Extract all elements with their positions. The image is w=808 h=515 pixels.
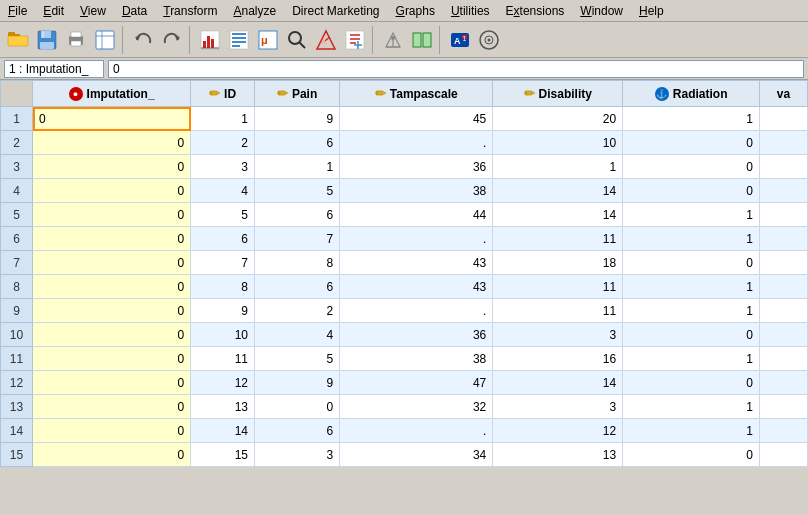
cell-disability-11[interactable]: 16 [493,347,623,371]
cell-id-2[interactable]: 2 [191,131,255,155]
cell-disability-13[interactable]: 3 [493,395,623,419]
undo-button[interactable] [129,26,157,54]
cell-imputation-9[interactable]: 0 [33,299,191,323]
cell-disability-7[interactable]: 18 [493,251,623,275]
menu-analyze[interactable]: Analyze [225,2,284,20]
cell-imputation-14[interactable]: 0 [33,419,191,443]
col-header-imputation[interactable]: ● Imputation_ [33,81,191,107]
measure-button[interactable]: μ [254,26,282,54]
cell-radiation-12[interactable]: 0 [623,371,760,395]
cell-radiation-4[interactable]: 0 [623,179,760,203]
cell-id-3[interactable]: 3 [191,155,255,179]
cell-radiation-15[interactable]: 0 [623,443,760,467]
cell-pain-4[interactable]: 5 [255,179,340,203]
cell-tampascale-12[interactable]: 47 [340,371,493,395]
cell-id-15[interactable]: 15 [191,443,255,467]
weight-button[interactable] [379,26,407,54]
cell-pain-1[interactable]: 9 [255,107,340,131]
cell-id-13[interactable]: 13 [191,395,255,419]
cell-radiation-14[interactable]: 1 [623,419,760,443]
cell-disability-1[interactable]: 20 [493,107,623,131]
cell-tampascale-2[interactable]: . [340,131,493,155]
cell-radiation-9[interactable]: 1 [623,299,760,323]
highlight-button[interactable] [312,26,340,54]
table-row[interactable]: 2 0 2 6 . 10 0 [1,131,808,155]
table-row[interactable]: 5 0 5 6 44 14 1 [1,203,808,227]
table-row[interactable]: 6 0 6 7 . 11 1 [1,227,808,251]
cell-tampascale-6[interactable]: . [340,227,493,251]
find-button[interactable] [283,26,311,54]
cell-imputation-2[interactable]: 0 [33,131,191,155]
cell-imputation-10[interactable]: 0 [33,323,191,347]
table-row[interactable]: 4 0 4 5 38 14 0 [1,179,808,203]
cell-id-4[interactable]: 4 [191,179,255,203]
col-header-disability[interactable]: ✏ Disability [493,81,623,107]
table-row[interactable]: 12 0 12 9 47 14 0 [1,371,808,395]
cell-imputation-6[interactable]: 0 [33,227,191,251]
cell-tampascale-9[interactable]: . [340,299,493,323]
cell-disability-9[interactable]: 11 [493,299,623,323]
cell-id-14[interactable]: 14 [191,419,255,443]
open-button[interactable] [4,26,32,54]
split-button[interactable] [408,26,436,54]
data-grid-wrapper[interactable]: ● Imputation_ ✏ ID ✏ Pain [0,80,808,515]
cell-id-9[interactable]: 9 [191,299,255,323]
table-row[interactable]: 10 0 10 4 36 3 0 [1,323,808,347]
error-check-button[interactable] [225,26,253,54]
cell-radiation-8[interactable]: 1 [623,275,760,299]
cell-disability-3[interactable]: 1 [493,155,623,179]
menu-graphs[interactable]: Graphs [388,2,443,20]
cell-pain-10[interactable]: 4 [255,323,340,347]
menu-transform[interactable]: Transform [155,2,225,20]
cell-disability-15[interactable]: 13 [493,443,623,467]
cell-tampascale-3[interactable]: 36 [340,155,493,179]
cell-id-1[interactable]: 1 [191,107,255,131]
cell-radiation-11[interactable]: 1 [623,347,760,371]
table-row[interactable]: 9 0 9 2 . 11 1 [1,299,808,323]
cell-radiation-10[interactable]: 0 [623,323,760,347]
cell-disability-2[interactable]: 10 [493,131,623,155]
redo-button[interactable] [158,26,186,54]
menu-edit[interactable]: Edit [35,2,72,20]
chart-button[interactable] [196,26,224,54]
table-row[interactable]: 11 0 11 5 38 16 1 [1,347,808,371]
cell-imputation-7[interactable]: 0 [33,251,191,275]
cell-id-6[interactable]: 6 [191,227,255,251]
cell-imputation-8[interactable]: 0 [33,275,191,299]
cell-pain-2[interactable]: 6 [255,131,340,155]
cell-pain-9[interactable]: 2 [255,299,340,323]
cell-id-8[interactable]: 8 [191,275,255,299]
cell-radiation-1[interactable]: 1 [623,107,760,131]
col-header-extra[interactable]: va [760,81,808,107]
menu-view[interactable]: View [72,2,114,20]
cell-pain-6[interactable]: 7 [255,227,340,251]
cell-pain-7[interactable]: 8 [255,251,340,275]
menu-window[interactable]: Window [572,2,631,20]
cell-pain-14[interactable]: 6 [255,419,340,443]
cell-disability-10[interactable]: 3 [493,323,623,347]
cell-radiation-5[interactable]: 1 [623,203,760,227]
table-row[interactable]: 14 0 14 6 . 12 1 [1,419,808,443]
cell-pain-11[interactable]: 5 [255,347,340,371]
table-row[interactable]: 3 0 3 1 36 1 0 [1,155,808,179]
spss-button[interactable]: A1 [446,26,474,54]
cell-value[interactable] [108,60,804,78]
cell-radiation-6[interactable]: 1 [623,227,760,251]
cell-reference[interactable] [4,60,104,78]
save-button[interactable] [33,26,61,54]
menu-help[interactable]: Help [631,2,672,20]
cell-imputation-13[interactable]: 0 [33,395,191,419]
col-header-radiation[interactable]: ⚓ Radiation [623,81,760,107]
cell-tampascale-1[interactable]: 45 [340,107,493,131]
cell-tampascale-11[interactable]: 38 [340,347,493,371]
cell-id-5[interactable]: 5 [191,203,255,227]
cell-pain-12[interactable]: 9 [255,371,340,395]
print-button[interactable] [62,26,90,54]
cell-pain-3[interactable]: 1 [255,155,340,179]
cell-tampascale-4[interactable]: 38 [340,179,493,203]
table-row[interactable]: 13 0 13 0 32 3 1 [1,395,808,419]
cell-id-12[interactable]: 12 [191,371,255,395]
cell-id-7[interactable]: 7 [191,251,255,275]
cell-imputation-15[interactable]: 0 [33,443,191,467]
col-header-pain[interactable]: ✏ Pain [255,81,340,107]
